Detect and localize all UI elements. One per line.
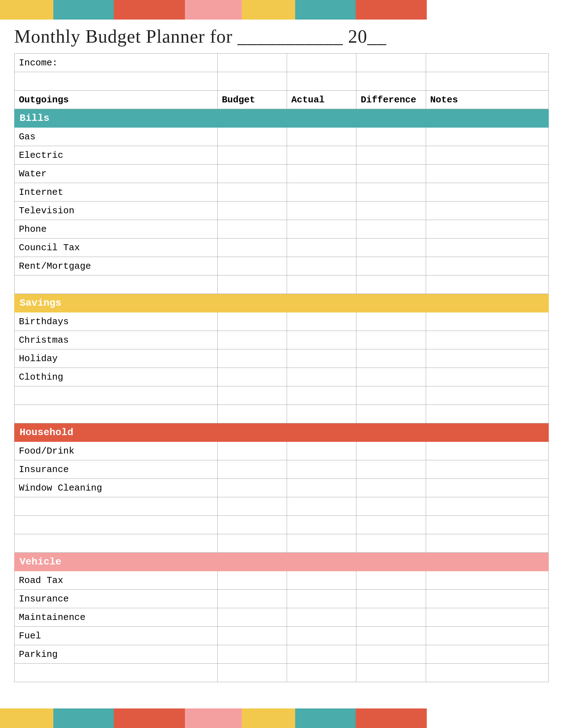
row-budget[interactable] xyxy=(217,165,287,183)
table-row: Phone xyxy=(15,220,549,239)
row-notes[interactable] xyxy=(426,349,548,368)
row-difference[interactable] xyxy=(356,202,426,220)
row-budget[interactable] xyxy=(217,312,287,331)
row-budget[interactable] xyxy=(217,571,287,590)
row-actual[interactable] xyxy=(287,442,356,460)
row-notes[interactable] xyxy=(426,257,548,275)
row-budget[interactable] xyxy=(217,257,287,275)
row-difference[interactable] xyxy=(356,627,426,645)
row-actual[interactable] xyxy=(287,146,356,165)
row-budget[interactable] xyxy=(217,239,287,257)
row-difference[interactable] xyxy=(356,460,426,479)
row-budget[interactable] xyxy=(217,608,287,627)
row-actual[interactable] xyxy=(287,460,356,479)
row-actual[interactable] xyxy=(287,368,356,386)
row-budget[interactable] xyxy=(217,479,287,497)
row-notes[interactable] xyxy=(426,368,548,386)
table-row: Road Tax xyxy=(15,571,549,590)
row-notes[interactable] xyxy=(426,645,548,664)
row-budget[interactable] xyxy=(217,331,287,349)
row-difference[interactable] xyxy=(356,257,426,275)
row-actual[interactable] xyxy=(287,165,356,183)
deco-bottom-block-8 xyxy=(427,708,563,728)
row-actual[interactable] xyxy=(287,239,356,257)
row-difference[interactable] xyxy=(356,183,426,202)
row-difference[interactable] xyxy=(356,571,426,590)
row-notes[interactable] xyxy=(426,183,548,202)
row-difference[interactable] xyxy=(356,479,426,497)
row-budget[interactable] xyxy=(217,627,287,645)
row-difference[interactable] xyxy=(356,442,426,460)
column-header-row: Outgoings Budget Actual Difference Notes xyxy=(15,91,549,109)
row-notes[interactable] xyxy=(426,239,548,257)
row-budget[interactable] xyxy=(217,442,287,460)
income-difference[interactable] xyxy=(356,54,426,72)
deco-block-7 xyxy=(356,0,427,20)
row-budget[interactable] xyxy=(217,202,287,220)
row-notes[interactable] xyxy=(426,128,548,146)
row-actual[interactable] xyxy=(287,128,356,146)
row-actual[interactable] xyxy=(287,479,356,497)
row-notes[interactable] xyxy=(426,479,548,497)
header-notes: Notes xyxy=(426,91,548,109)
row-actual[interactable] xyxy=(287,257,356,275)
row-actual[interactable] xyxy=(287,590,356,608)
row-difference[interactable] xyxy=(356,128,426,146)
row-notes[interactable] xyxy=(426,165,548,183)
row-actual[interactable] xyxy=(287,645,356,664)
row-budget[interactable] xyxy=(217,368,287,386)
row-actual[interactable] xyxy=(287,627,356,645)
row-difference[interactable] xyxy=(356,608,426,627)
row-notes[interactable] xyxy=(426,331,548,349)
deco-bottom-block-4 xyxy=(185,708,242,728)
table-row: Holiday xyxy=(15,349,549,368)
row-notes[interactable] xyxy=(426,146,548,165)
income-budget[interactable] xyxy=(217,54,287,72)
row-budget[interactable] xyxy=(217,183,287,202)
row-budget[interactable] xyxy=(217,128,287,146)
row-notes[interactable] xyxy=(426,608,548,627)
row-notes[interactable] xyxy=(426,220,548,239)
row-actual[interactable] xyxy=(287,571,356,590)
row-actual[interactable] xyxy=(287,220,356,239)
row-difference[interactable] xyxy=(356,165,426,183)
row-actual[interactable] xyxy=(287,183,356,202)
deco-bottom-block-1 xyxy=(0,708,53,728)
row-notes[interactable] xyxy=(426,590,548,608)
row-budget[interactable] xyxy=(217,460,287,479)
row-notes[interactable] xyxy=(426,627,548,645)
row-budget[interactable] xyxy=(217,349,287,368)
row-difference[interactable] xyxy=(356,220,426,239)
income-notes[interactable] xyxy=(426,54,548,72)
row-budget[interactable] xyxy=(217,220,287,239)
row-budget[interactable] xyxy=(217,146,287,165)
row-notes[interactable] xyxy=(426,442,548,460)
row-difference[interactable] xyxy=(356,590,426,608)
row-actual[interactable] xyxy=(287,349,356,368)
row-notes[interactable] xyxy=(426,460,548,479)
row-actual[interactable] xyxy=(287,202,356,220)
row-difference[interactable] xyxy=(356,368,426,386)
table-row: Window Cleaning xyxy=(15,479,549,497)
row-difference[interactable] xyxy=(356,312,426,331)
row-difference[interactable] xyxy=(356,331,426,349)
row-notes[interactable] xyxy=(426,571,548,590)
deco-bottom-bar xyxy=(0,708,563,728)
table-row: Internet xyxy=(15,183,549,202)
row-difference[interactable] xyxy=(356,146,426,165)
income-label: Income: xyxy=(15,54,218,72)
row-actual[interactable] xyxy=(287,331,356,349)
row-difference[interactable] xyxy=(356,349,426,368)
row-notes[interactable] xyxy=(426,312,548,331)
deco-block-8 xyxy=(427,0,563,20)
row-notes[interactable] xyxy=(426,202,548,220)
row-difference[interactable] xyxy=(356,239,426,257)
deco-bottom-block-3 xyxy=(114,708,185,728)
row-difference[interactable] xyxy=(356,645,426,664)
row-budget[interactable] xyxy=(217,645,287,664)
row-budget[interactable] xyxy=(217,590,287,608)
row-actual[interactable] xyxy=(287,312,356,331)
income-actual[interactable] xyxy=(287,54,356,72)
table-row: Insurance xyxy=(15,590,549,608)
row-actual[interactable] xyxy=(287,608,356,627)
